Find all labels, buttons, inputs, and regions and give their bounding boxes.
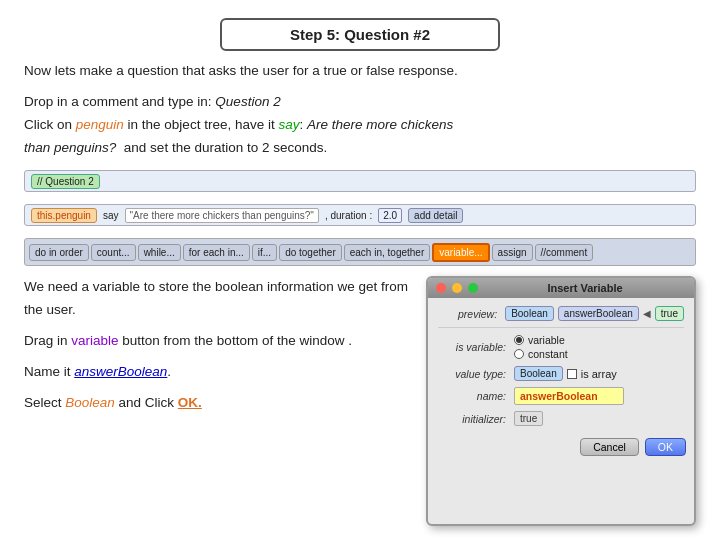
radio-variable-label: variable <box>528 334 565 346</box>
radio-variable[interactable]: variable <box>514 334 568 346</box>
cancel-button[interactable]: Cancel <box>580 438 639 456</box>
para-select: Select Boolean and Click OK. <box>24 392 412 415</box>
is-variable-row: is variable: variable constant <box>438 334 684 360</box>
boolean-ref: Boolean <box>65 395 115 410</box>
say-text2: than penguins? <box>24 140 116 155</box>
code-string: "Are there more chickers than penguins?" <box>125 208 319 223</box>
radio-constant-label: constant <box>528 348 568 360</box>
toolbar-btn-if[interactable]: if... <box>252 244 277 261</box>
para-drag: Drag in variable button from the bottom … <box>24 330 412 353</box>
divider1 <box>438 327 684 328</box>
penguin-ref: penguin <box>76 117 124 132</box>
toolbar-btn-for-each[interactable]: for each in... <box>183 244 250 261</box>
toolbar-btn-comment[interactable]: //comment <box>535 244 594 261</box>
left-text-block: We need a variable to store the boolean … <box>24 276 412 526</box>
initializer-value: true <box>514 411 543 426</box>
toolbar-btn-each-together[interactable]: each in, together <box>344 244 431 261</box>
code-add-detail[interactable]: add detail <box>408 208 463 223</box>
toolbar-strip: do in order count... while... for each i… <box>24 238 696 266</box>
name-input[interactable] <box>514 387 624 405</box>
name-row: name: <box>438 387 684 405</box>
bottom-area: We need a variable to store the boolean … <box>24 276 696 526</box>
say-text: Are there more chickens <box>307 117 453 132</box>
dialog-footer: Cancel OK <box>428 434 694 462</box>
code-line: this.penguin say "Are there more chicker… <box>24 204 696 226</box>
instructions-block: Drop in a comment and type in: Question … <box>24 91 696 160</box>
preview-label: preview: <box>438 308 497 320</box>
page: Step 5: Question #2 Now lets make a ques… <box>0 0 720 540</box>
title-text: Step 5: Question #2 <box>290 26 430 43</box>
name-label: name: <box>438 390 506 402</box>
preview-value: Boolean answerBoolean ◀ true <box>505 306 684 321</box>
intro-text: Now lets make a question that asks the u… <box>24 63 458 78</box>
value-type-row: value type: Boolean is array <box>438 366 684 381</box>
instruction-line1: Drop in a comment and type in: Question … <box>24 91 696 114</box>
initializer-row: initializer: true <box>438 411 684 426</box>
value-type-label: value type: <box>438 368 506 380</box>
para-boolean-info: We need a variable to store the boolean … <box>24 276 412 322</box>
instruction-line2: Click on penguin in the object tree, hav… <box>24 114 696 160</box>
dialog-titlebar: Insert Variable <box>428 278 694 298</box>
dialog-body: preview: Boolean answerBoolean ◀ true is… <box>428 298 694 434</box>
answer-boolean-ref: answerBoolean <box>74 364 167 379</box>
intro-paragraph: Now lets make a question that asks the u… <box>24 61 696 81</box>
radio-constant-button[interactable] <box>514 349 524 359</box>
code-comment: // Question 2 <box>31 174 100 189</box>
close-circle[interactable] <box>436 283 446 293</box>
code-bar: // Question 2 <box>24 170 696 192</box>
is-variable-label: is variable: <box>438 341 506 353</box>
code-duration: 2.0 <box>378 208 402 223</box>
is-array-checkbox[interactable] <box>567 369 577 379</box>
comment-label: Question 2 <box>215 94 280 109</box>
ok-ref: OK. <box>178 395 202 410</box>
initializer-label: initializer: <box>438 413 506 425</box>
preview-row: preview: Boolean answerBoolean ◀ true <box>438 306 684 321</box>
dialog-title: Insert Variable <box>484 282 686 294</box>
radio-variable-button[interactable] <box>514 335 524 345</box>
say-ref: say <box>278 117 299 132</box>
toolbar-btn-do-together[interactable]: do together <box>279 244 342 261</box>
preview-name-tag: answerBoolean <box>558 306 639 321</box>
minimize-circle[interactable] <box>452 283 462 293</box>
type-row: Boolean is array <box>514 366 617 381</box>
para-name: Name it answerBoolean. <box>24 361 412 384</box>
radio-group: variable constant <box>514 334 568 360</box>
toolbar-btn-variable[interactable]: variable... <box>432 243 489 262</box>
ok-button[interactable]: OK <box>645 438 686 456</box>
preview-value-tag: true <box>655 306 684 321</box>
radio-constant[interactable]: constant <box>514 348 568 360</box>
maximize-circle[interactable] <box>468 283 478 293</box>
variable-ref: variable <box>71 333 118 348</box>
code-object: this.penguin <box>31 208 97 223</box>
toolbar-btn-while[interactable]: while... <box>138 244 181 261</box>
toolbar-btn-count[interactable]: count... <box>91 244 136 261</box>
toolbar-btn-do-in-order[interactable]: do in order <box>29 244 89 261</box>
toolbar-btn-assign[interactable]: assign <box>492 244 533 261</box>
preview-type-tag: Boolean <box>505 306 554 321</box>
is-array-label: is array <box>581 368 617 380</box>
insert-variable-dialog[interactable]: Insert Variable preview: Boolean answerB… <box>426 276 696 526</box>
step-title: Step 5: Question #2 <box>220 18 500 51</box>
type-boolean-tag[interactable]: Boolean <box>514 366 563 381</box>
